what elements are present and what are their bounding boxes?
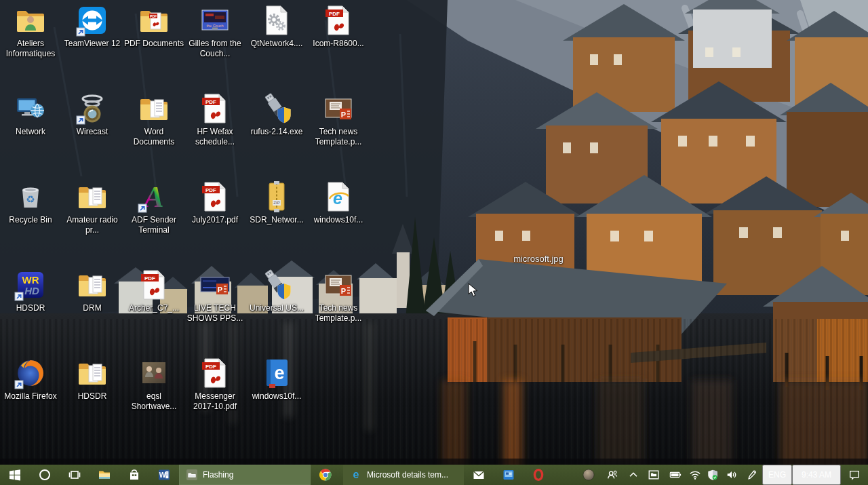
word-icon[interactable]: W	[149, 465, 179, 485]
start-button[interactable]	[0, 465, 30, 485]
language-indicator[interactable]: ENG	[762, 465, 792, 485]
desktop-icon[interactable]: Amateur radio pr...	[62, 180, 123, 235]
mouse-cursor	[468, 283, 478, 298]
file-explorer-icon[interactable]	[90, 465, 119, 485]
system-tray: ENG 9:43 AM	[576, 465, 868, 485]
pdf-icon: PDF	[322, 4, 355, 37]
mail-icon[interactable]	[464, 465, 494, 485]
thumb-photo-icon	[138, 357, 170, 389]
recycle-icon: ♻	[14, 180, 47, 213]
thumb-video-icon: the Couch	[199, 4, 231, 37]
desktop-icon[interactable]: Network	[0, 92, 61, 137]
desktop-icon[interactable]: PDFHF Wefax schedule...	[184, 92, 245, 147]
desktop-icon-label: HF Wefax schedule...	[184, 127, 245, 147]
desktop-icon-label: Recycle Bin	[0, 215, 61, 225]
desktop-icon-microsoft-jpg[interactable]: microsoft.jpg	[496, 254, 580, 264]
desktop-icon[interactable]: PDFPDF Documents	[123, 4, 184, 49]
store-icon[interactable]	[119, 465, 149, 485]
teamviewer-icon	[76, 4, 108, 37]
action-center-icon[interactable]	[841, 465, 868, 485]
desktop-icon-label: PDF Documents	[123, 39, 184, 49]
desktop-icon-label: Tech news Template.p...	[308, 303, 369, 323]
svg-text:P: P	[341, 111, 346, 119]
taskbar-window-flashing[interactable]: Flashing	[179, 465, 311, 485]
desktop-icon[interactable]: ewindows10f...	[246, 357, 307, 402]
folder-doc-icon	[76, 357, 108, 389]
taskbar-window-edge-label: Microsoft details tem...	[367, 470, 448, 480]
desktop-icon-label: HDSDR	[0, 303, 61, 313]
defender-icon[interactable]	[704, 465, 722, 485]
desktop-icon[interactable]: PLIVE TECH SHOWS PPS...	[184, 269, 245, 323]
desktop-icon-label: Word Documents	[123, 127, 184, 147]
desktop-icon[interactable]: WRHDHDSDR	[0, 269, 61, 313]
pen-icon[interactable]	[742, 465, 762, 485]
adf-icon: A	[138, 180, 170, 213]
desktop-icon[interactable]: AADF Sender Terminal	[123, 180, 184, 235]
desktop-icon-label: Ateliers Informatiques	[0, 39, 61, 58]
opera-icon[interactable]	[524, 465, 553, 485]
desktop-icon[interactable]: PDFJuly2017.pdf	[184, 180, 245, 225]
chrome-icon[interactable]	[311, 465, 340, 485]
task-view-button[interactable]	[60, 465, 90, 485]
desktop-icon[interactable]: eqsl Shortwave...	[123, 357, 184, 411]
desktop-icon-label: HDSDR	[62, 391, 123, 402]
battery-icon[interactable]	[665, 465, 686, 485]
ie-page-icon: e	[322, 180, 355, 213]
desktop-icon-label: Amateur radio pr...	[62, 215, 123, 235]
desktop-icon-label: LIVE TECH SHOWS PPS...	[184, 303, 245, 323]
desktop[interactable]: Ateliers InformatiquesTeamViewer 12PDFPD…	[0, 0, 868, 485]
svg-text:PDF: PDF	[329, 11, 340, 17]
clock[interactable]: 9:43 AM	[792, 465, 841, 485]
pdf-icon: PDF	[199, 180, 231, 213]
svg-text:PDF: PDF	[205, 187, 216, 193]
svg-text:e: e	[353, 469, 359, 480]
folder-doc-icon	[76, 180, 108, 213]
thumb-pps-icon: P	[199, 269, 231, 301]
desktop-icon[interactable]: the CouchGilles from the Couch...	[184, 4, 245, 58]
svg-text:ZIP: ZIP	[273, 201, 279, 205]
taskbar: W Flashing e Microsoft details tem...	[0, 465, 868, 485]
desktop-icon[interactable]: rufus-2.14.exe	[246, 92, 307, 137]
desktop-icon-grid: Ateliers InformatiquesTeamViewer 12PDFPD…	[0, 0, 868, 485]
blue-app-icon[interactable]	[494, 465, 524, 485]
desktop-icon[interactable]: DRM	[62, 269, 123, 313]
taskbar-window-edge[interactable]: e Microsoft details tem...	[343, 465, 464, 485]
desktop-icon[interactable]: Universal US...	[246, 269, 307, 313]
desktop-icon-label: July2017.pdf	[184, 215, 245, 225]
people-icon[interactable]	[601, 465, 624, 485]
desktop-icon[interactable]: ♻Recycle Bin	[0, 180, 61, 225]
desktop-icon[interactable]: PDFIcom-R8600...	[308, 4, 369, 49]
desktop-icon[interactable]: QtNetwork4....	[246, 4, 307, 49]
hidden-icons-chevron[interactable]	[624, 465, 643, 485]
user-avatar[interactable]	[576, 465, 601, 485]
cortana-button[interactable]	[30, 465, 60, 485]
desktop-icon-label: rufus-2.14.exe	[246, 127, 307, 137]
volume-icon[interactable]	[722, 465, 742, 485]
desktop-icon-label: DRM	[62, 303, 123, 313]
svg-text:WR: WR	[22, 274, 39, 286]
desktop-icon[interactable]: TeamViewer 12	[62, 4, 123, 49]
desktop-icon[interactable]: PDFMessenger 2017-10.pdf	[184, 357, 245, 411]
desktop-icon[interactable]: Mozilla Firefox	[0, 357, 61, 402]
zip-icon: ZIP	[260, 180, 293, 213]
desktop-icon[interactable]: ewindows10f...	[308, 180, 369, 225]
screen-share-icon[interactable]	[643, 465, 665, 485]
wirecast-icon	[76, 92, 108, 125]
desktop-icon-label: Archer_C7_...	[123, 303, 184, 313]
desktop-icon[interactable]: Word Documents	[123, 92, 184, 147]
wifi-icon[interactable]	[686, 465, 704, 485]
desktop-icon[interactable]: HDSDR	[62, 357, 123, 402]
desktop-icon[interactable]: PTech news Template.p...	[308, 269, 369, 323]
gears-icon	[260, 4, 293, 37]
edge-icon: e	[350, 469, 362, 481]
edge-book-icon: e	[260, 357, 293, 389]
folder-doc-icon	[76, 269, 108, 301]
desktop-icon[interactable]: ZIPSDR_Networ...	[246, 180, 307, 225]
desktop-icon-label: Tech news Template.p...	[308, 127, 369, 147]
wrhd-icon: WRHD	[14, 269, 47, 301]
desktop-icon[interactable]: Ateliers Informatiques	[0, 4, 61, 58]
desktop-icon[interactable]: PDFArcher_C7_...	[123, 269, 184, 313]
svg-text:P: P	[341, 287, 346, 295]
desktop-icon[interactable]: Wirecast	[62, 92, 123, 137]
desktop-icon[interactable]: PTech news Template.p...	[308, 92, 369, 147]
